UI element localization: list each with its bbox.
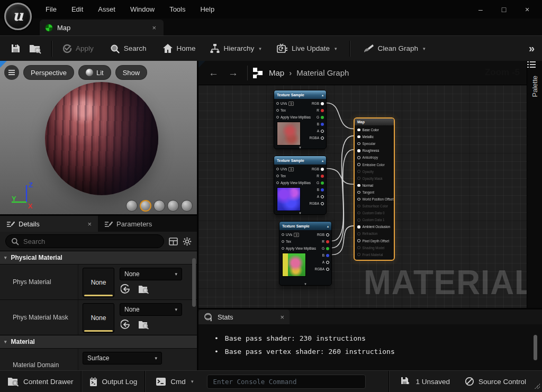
toolbar-overflow-button[interactable]: » [529, 42, 535, 54]
use-selected-asset-icon[interactable] [121, 320, 131, 330]
output-pin-b[interactable]: B [310, 186, 324, 193]
material-pin-world-position-offset[interactable]: World Position Offset [355, 196, 394, 203]
texture-sample-node-3[interactable]: Texture Sample▴UVs0TexApply View MipBias… [279, 221, 332, 286]
material-result-node[interactable]: Map Base ColorMetallicSpecularRoughnessA… [354, 117, 395, 261]
output-pin-rgb[interactable]: RGB [310, 100, 324, 107]
output-pin-rgba[interactable]: RGBA [310, 134, 324, 141]
asset-thumbnail[interactable]: None [83, 303, 114, 333]
output-pin-a[interactable]: A [310, 193, 324, 200]
material-pin-tangent[interactable]: Tangent [355, 189, 394, 196]
output-pin-g[interactable]: G [310, 114, 324, 121]
property-matrix-icon[interactable] [169, 238, 178, 245]
uv-index-value[interactable]: 0 [294, 233, 299, 237]
cmd-dropdown[interactable]: Cmd ▾ [145, 371, 201, 392]
output-log-button[interactable]: Output Log [82, 371, 145, 392]
output-pin-a[interactable]: A [310, 127, 324, 134]
maximize-button[interactable]: □ [492, 0, 516, 19]
details-search-box[interactable] [5, 234, 164, 248]
content-drawer-button[interactable]: Content Drawer [0, 371, 81, 392]
texture-sample-node-1[interactable]: Texture Sample▴UVs0TexApply View MipBias… [274, 90, 327, 149]
material-pin-normal[interactable]: Normal [355, 182, 394, 189]
expand-down-icon[interactable]: ▾ [279, 281, 331, 286]
browse-to-asset-icon[interactable] [138, 285, 149, 294]
output-pin-a[interactable]: A [315, 259, 329, 266]
tab-close-icon[interactable]: × [87, 220, 92, 228]
preview-shape-cylinder-button[interactable] [126, 200, 138, 212]
texture-sample-node-2[interactable]: Texture Sample▴UVs0TexApply View MipBias… [274, 156, 327, 215]
menu-item-asset[interactable]: Asset [91, 5, 123, 13]
use-selected-asset-icon[interactable] [121, 284, 131, 294]
close-button[interactable]: × [516, 0, 539, 19]
settings-gear-icon[interactable] [183, 237, 192, 246]
material-pin-base-color[interactable]: Base Color [355, 126, 394, 133]
source-control-button[interactable]: Source Control [457, 371, 534, 392]
input-pin-uvs[interactable]: UVs0 [276, 166, 311, 172]
input-pin-uvs[interactable]: UVs0 [282, 231, 316, 238]
resize-grip[interactable] [535, 384, 540, 389]
asset-dropdown[interactable]: None▾ [120, 303, 182, 316]
uv-index-value[interactable]: 0 [288, 167, 294, 171]
browse-to-asset-button[interactable] [25, 40, 46, 57]
palette-sidebar-tab[interactable]: Palette [527, 61, 542, 308]
material-pin-pixel-depth-offset[interactable]: Pixel Depth Offset [355, 238, 394, 244]
material-pin-custom-data-1[interactable]: Custom Data 1 [355, 216, 394, 223]
material-pin-opacity[interactable]: Opacity [355, 168, 394, 175]
graph-canvas[interactable]: MATERIAL Map Base ColorMetallicSpecularR… [198, 85, 527, 308]
preview-shape-sphere-button[interactable] [140, 200, 151, 212]
stats-scrollbar[interactable] [534, 335, 537, 360]
material-pin-refraction[interactable]: Refraction [355, 230, 394, 237]
output-pin-r[interactable]: R [310, 107, 324, 114]
console-command-input[interactable] [207, 375, 366, 389]
material-pin-anisotropy[interactable]: Anisotropy [355, 154, 394, 161]
input-pin-uvs[interactable]: UVs0 [276, 100, 311, 107]
input-pin-apply-view-mipbias[interactable]: Apply View MipBias [276, 114, 311, 121]
forward-arrow-button[interactable]: → [223, 67, 243, 79]
input-pin-tex[interactable]: Tex [276, 107, 311, 114]
unsaved-assets-button[interactable]: * 1 Unsaved [389, 371, 457, 392]
input-pin-tex[interactable]: Tex [282, 238, 316, 245]
menu-item-tools[interactable]: Tools [162, 5, 193, 13]
menu-item-edit[interactable]: Edit [64, 5, 91, 13]
perspective-button[interactable]: Perspective [23, 65, 74, 80]
section-header-physical-material[interactable]: ▾Physical Material [0, 251, 197, 264]
minimize-button[interactable]: – [469, 0, 492, 19]
preview-shape-plane-button[interactable] [153, 200, 165, 212]
tab-close-icon[interactable]: × [280, 313, 284, 321]
expand-down-icon[interactable]: ▾ [274, 211, 326, 215]
output-pin-rgb[interactable]: RGB [315, 231, 329, 238]
material-pin-subsurface-color[interactable]: Subsurface Color [355, 203, 394, 209]
live-update-dropdown[interactable]: Live Update ▾ [272, 40, 341, 57]
menu-item-help[interactable]: Help [193, 5, 222, 13]
material-pin-opacity-mask[interactable]: Opacity Mask [355, 175, 394, 182]
material-pin-shading-model[interactable]: Shading Model [355, 244, 394, 251]
tab-map[interactable]: Map × [40, 20, 164, 35]
details-search-input[interactable] [23, 238, 158, 245]
material-pin-custom-data-0[interactable]: Custom Data 0 [355, 209, 394, 216]
preview-shape-cube-button[interactable] [167, 200, 179, 212]
unreal-logo-icon[interactable]: u [4, 3, 32, 30]
material-pin-front-material[interactable]: Front Material [355, 251, 394, 258]
output-pin-rgba[interactable]: RGBA [310, 200, 324, 207]
output-pin-r[interactable]: R [310, 172, 324, 179]
output-pin-b[interactable]: B [315, 252, 329, 259]
tab-stats[interactable]: i Stats × [198, 309, 290, 324]
back-arrow-button[interactable]: ← [204, 67, 223, 79]
uv-index-value[interactable]: 0 [288, 102, 294, 106]
input-pin-apply-view-mipbias[interactable]: Apply View MipBias [282, 245, 316, 252]
tab-parameters[interactable]: Parameters [98, 216, 158, 232]
asset-thumbnail[interactable]: None [83, 268, 114, 297]
breadcrumb-root[interactable]: Map [269, 68, 284, 77]
browse-to-asset-icon[interactable] [138, 320, 149, 330]
output-pin-g[interactable]: G [310, 179, 324, 186]
menu-item-file[interactable]: File [38, 5, 64, 13]
home-button[interactable]: Home [158, 40, 200, 57]
preview-shape-mesh-button[interactable] [181, 200, 193, 212]
material-domain-dropdown[interactable]: Surface▾ [83, 352, 162, 364]
apply-button[interactable]: Apply [57, 40, 98, 57]
show-button[interactable]: Show [115, 65, 148, 80]
input-pin-apply-view-mipbias[interactable]: Apply View MipBias [276, 179, 311, 186]
output-pin-g[interactable]: G [315, 245, 329, 252]
output-pin-rgba[interactable]: RGBA [315, 266, 329, 272]
output-pin-b[interactable]: B [310, 121, 324, 127]
material-pin-roughness[interactable]: Roughness [355, 147, 394, 154]
